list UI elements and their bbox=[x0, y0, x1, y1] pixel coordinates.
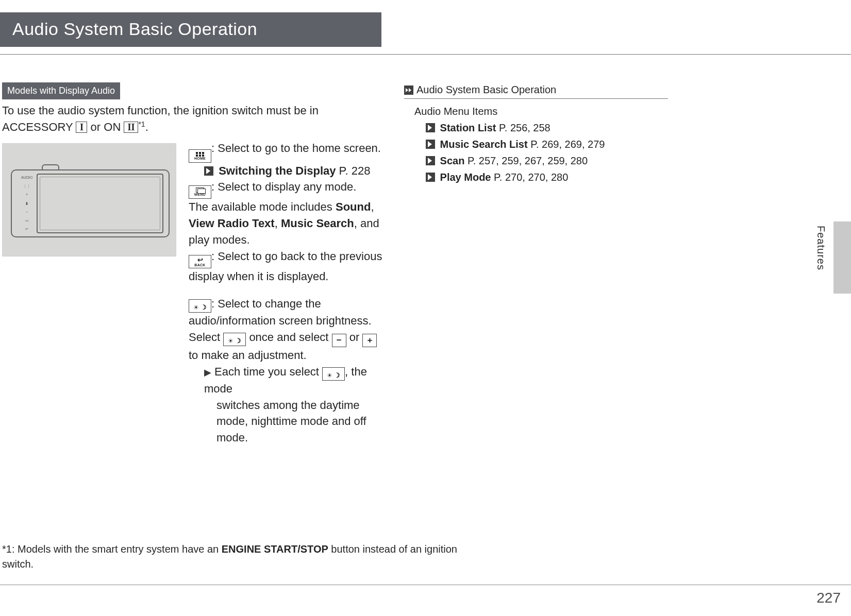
model-tag: Models with Display Audio bbox=[2, 82, 120, 99]
menu-line2: The available mode includes Sound, View … bbox=[189, 199, 382, 248]
page-title-bar: Audio System Basic Operation bbox=[0, 12, 381, 47]
menu-button-icon: MENU bbox=[189, 185, 211, 199]
home-line: HOME : Select to go to the home screen. bbox=[189, 140, 382, 163]
right-header: Audio System Basic Operation bbox=[404, 82, 668, 99]
list-item: Play Mode P. 270, 270, 280 bbox=[426, 170, 668, 185]
list-item: Music Search List P. 269, 269, 279 bbox=[426, 137, 668, 152]
ref-arrow-icon bbox=[426, 140, 435, 149]
menu-line: MENU : Select to display any mode. bbox=[189, 179, 382, 199]
ref-arrow-icon bbox=[426, 156, 435, 165]
illus-home-icon: ⋮⋮ bbox=[23, 184, 30, 188]
brightness-line: ☀☽ : Select to change the audio/informat… bbox=[189, 296, 382, 329]
back-text: : Select to go back to the previous disp… bbox=[189, 250, 382, 283]
list-item: Scan P. 257, 259, 267, 259, 280 bbox=[426, 153, 668, 168]
brightness-button-icon-3: ☀☽ bbox=[322, 367, 345, 381]
illus-menu-icon: ▭ bbox=[25, 218, 29, 222]
section-tab-label: Features bbox=[813, 226, 828, 270]
menu-text: : Select to display any mode. bbox=[211, 180, 356, 193]
footnote-ref: *1 bbox=[138, 120, 145, 128]
ref-arrow-icon bbox=[426, 123, 435, 132]
page-number: 227 bbox=[816, 588, 841, 609]
ref-arrow-icon bbox=[204, 166, 213, 176]
brightness-button-icon: ☀☽ bbox=[189, 299, 211, 313]
home-button-icon: HOME bbox=[189, 149, 211, 163]
back-button-icon: ↩ BACK bbox=[189, 255, 211, 268]
ref-arrow-icon bbox=[426, 173, 435, 182]
content-wrap: Models with Display Audio To use the aud… bbox=[0, 55, 851, 446]
illus-minus-icon: − bbox=[26, 210, 28, 214]
section-tab bbox=[833, 221, 851, 294]
back-line: ↩ BACK : Select to go back to the previo… bbox=[189, 248, 382, 285]
intro-paragraph: To use the audio system function, the ig… bbox=[2, 102, 382, 135]
intro-end: . bbox=[145, 121, 148, 134]
audio-menu-list: Audio Menu Items Station List P. 256, 25… bbox=[414, 104, 668, 185]
illus-vol-icon: ▮ bbox=[26, 201, 28, 205]
intro-mid: or ON bbox=[91, 121, 124, 134]
display-audio-illustration: AUDIO ⋮⋮ + ▮ − ▭ ↩ bbox=[2, 143, 176, 256]
list-title: Audio Menu Items bbox=[414, 104, 668, 119]
illus-plus-icon: + bbox=[26, 193, 28, 196]
description-column: HOME : Select to go to the home screen. … bbox=[189, 140, 382, 447]
right-header-text: Audio System Basic Operation bbox=[416, 82, 556, 97]
plus-button-icon: + bbox=[362, 334, 377, 347]
list-item: Station List P. 256, 258 bbox=[426, 121, 668, 135]
left-column: Models with Display Audio To use the aud… bbox=[2, 82, 382, 446]
switching-ref-page: P. 228 bbox=[336, 164, 371, 177]
brightness-text: : Select to change the audio/information… bbox=[189, 297, 372, 327]
intro-pre: To use the audio system function, the ig… bbox=[2, 104, 319, 133]
switching-ref: Switching the Display bbox=[219, 164, 336, 177]
bullet-line: ▶Each time you select ☀☽, the mode bbox=[204, 364, 382, 397]
select-line: Select ☀☽ once and select − or + to make… bbox=[189, 329, 382, 363]
illus-audio-label: AUDIO bbox=[21, 176, 32, 179]
key-accessory-icon: I bbox=[76, 122, 87, 133]
footnote: *1: Models with the smart entry system h… bbox=[2, 542, 466, 572]
illus-back-icon: ↩ bbox=[25, 227, 28, 231]
footer-rule bbox=[0, 585, 851, 585]
minus-button-icon: − bbox=[332, 334, 346, 347]
bullet-line-cont: switches among the daytime mode, nightti… bbox=[216, 397, 382, 447]
brightness-button-icon-2: ☀☽ bbox=[223, 333, 246, 346]
right-column: Audio System Basic Operation Audio Menu … bbox=[404, 82, 668, 446]
page-title: Audio System Basic Operation bbox=[12, 19, 257, 39]
double-chevron-icon bbox=[404, 85, 413, 95]
key-on-icon: II bbox=[124, 122, 138, 133]
triangle-bullet-icon: ▶ bbox=[204, 367, 211, 378]
two-column-layout: AUDIO ⋮⋮ + ▮ − ▭ ↩ HOME bbox=[2, 140, 382, 447]
home-text: : Select to go to the home screen. bbox=[211, 142, 381, 155]
switching-ref-line: Switching the Display P. 228 bbox=[204, 163, 382, 179]
